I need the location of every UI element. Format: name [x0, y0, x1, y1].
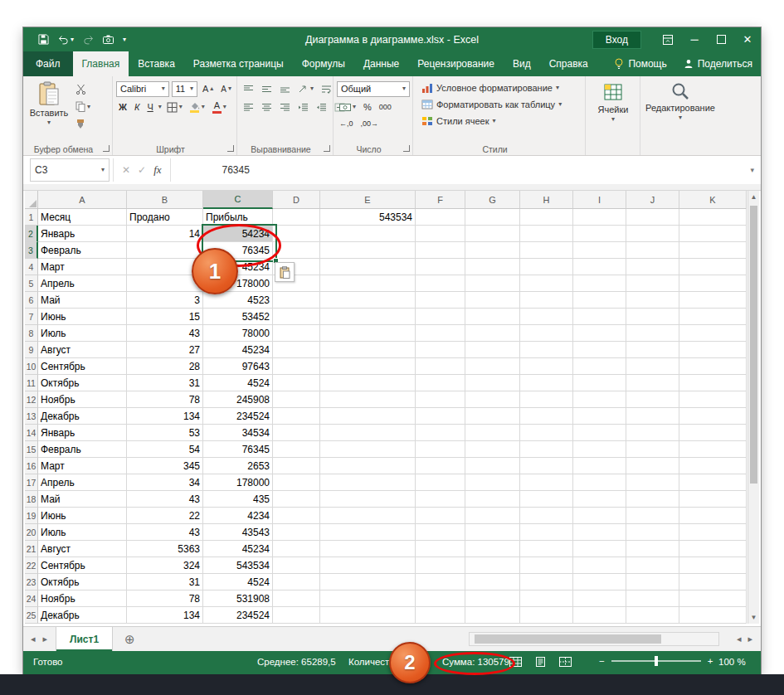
page-break-view-icon[interactable] [559, 657, 572, 667]
cell-A2[interactable]: Январь [38, 226, 127, 242]
cell-C13[interactable]: 234524 [203, 408, 273, 425]
normal-view-icon[interactable] [509, 657, 522, 667]
cell-E2[interactable] [320, 226, 416, 242]
row-header-19[interactable]: 19 [25, 508, 38, 524]
cell-F13[interactable] [416, 408, 465, 425]
cell-K12[interactable] [679, 391, 747, 408]
cell-E9[interactable] [320, 342, 416, 358]
cell-H1[interactable] [520, 209, 573, 226]
cell-D19[interactable] [273, 508, 320, 524]
cell-I15[interactable] [573, 441, 626, 458]
font-color-button[interactable]: А ▾ [210, 100, 229, 114]
cell-I7[interactable] [573, 309, 626, 325]
cell-J4[interactable] [626, 259, 679, 275]
cell-J23[interactable] [626, 574, 679, 591]
cell-C19[interactable]: 4234 [203, 508, 273, 524]
cell-B19[interactable]: 22 [127, 508, 203, 524]
cell-E20[interactable] [320, 524, 416, 541]
cell-I24[interactable] [573, 591, 626, 607]
row-header-13[interactable]: 13 [25, 408, 38, 425]
cell-F16[interactable] [416, 458, 465, 474]
cell-G16[interactable] [465, 458, 520, 474]
cell-F5[interactable] [416, 275, 465, 292]
cell-D3[interactable] [273, 242, 320, 259]
cell-G12[interactable] [465, 391, 520, 408]
cell-H25[interactable] [520, 607, 573, 624]
share-button[interactable]: Поделиться [675, 51, 761, 76]
cell-C10[interactable]: 97643 [203, 358, 273, 375]
cell-C17[interactable]: 178000 [203, 474, 273, 491]
insert-function-icon[interactable]: fx [153, 163, 161, 177]
font-dialog-launcher-icon[interactable] [227, 145, 234, 152]
cell-K8[interactable] [679, 325, 747, 342]
cell-D16[interactable] [273, 458, 320, 474]
cell-J8[interactable] [626, 325, 679, 342]
cell-A16[interactable]: Март [38, 458, 127, 474]
cell-F18[interactable] [416, 491, 465, 508]
cell-B7[interactable]: 15 [127, 309, 203, 325]
cell-A5[interactable]: Апрель [38, 275, 127, 292]
cell-K10[interactable] [679, 358, 747, 375]
hscroll-right-icon[interactable]: ▸ [747, 634, 752, 644]
cell-J19[interactable] [626, 508, 679, 524]
column-header-D[interactable]: D [273, 191, 320, 209]
cell-H6[interactable] [520, 292, 573, 309]
cell-G3[interactable] [465, 242, 520, 259]
cell-E1[interactable]: 543534 [320, 209, 416, 226]
cell-J14[interactable] [626, 425, 679, 441]
cell-J12[interactable] [626, 391, 679, 408]
cell-J17[interactable] [626, 474, 679, 491]
orientation-button[interactable]: ▾ [295, 82, 316, 96]
cell-J16[interactable] [626, 458, 679, 474]
vertical-scrollbar-thumb[interactable] [750, 206, 757, 484]
cell-I25[interactable] [573, 607, 626, 624]
cell-I18[interactable] [573, 491, 626, 508]
tab-formulas[interactable]: Формулы [293, 51, 354, 76]
sheet-nav-left-icon[interactable]: ◂ [31, 634, 36, 644]
cell-J20[interactable] [626, 524, 679, 541]
cell-G10[interactable] [465, 358, 520, 375]
cell-D8[interactable] [273, 325, 320, 342]
cell-E11[interactable] [320, 375, 416, 391]
italic-button[interactable]: К [132, 100, 142, 114]
cell-K18[interactable] [679, 491, 747, 508]
cell-A3[interactable]: Февраль [38, 242, 127, 259]
cell-J18[interactable] [626, 491, 679, 508]
underline-dropdown-icon[interactable]: ▾ [158, 104, 162, 110]
cell-E5[interactable] [320, 275, 416, 292]
cell-I13[interactable] [573, 408, 626, 425]
cell-D14[interactable] [273, 425, 320, 441]
hscroll-left-icon[interactable]: ◂ [737, 634, 742, 644]
cell-I17[interactable] [573, 474, 626, 491]
cell-C1[interactable]: Прибыль [203, 209, 273, 226]
cell-A12[interactable]: Ноябрь [38, 391, 127, 408]
row-header-12[interactable]: 12 [25, 391, 38, 408]
cell-K1[interactable] [679, 209, 747, 226]
cell-G11[interactable] [465, 375, 520, 391]
cell-E18[interactable] [320, 491, 416, 508]
cell-F9[interactable] [416, 342, 465, 358]
cell-A7[interactable]: Июнь [38, 309, 127, 325]
tab-view[interactable]: Вид [504, 51, 540, 76]
cell-I9[interactable] [573, 342, 626, 358]
signin-button[interactable]: Вход [592, 31, 641, 49]
cell-G24[interactable] [465, 591, 520, 607]
zoom-in-icon[interactable]: + [708, 656, 713, 666]
cell-D12[interactable] [273, 391, 320, 408]
cell-I14[interactable] [573, 425, 626, 441]
cell-G20[interactable] [465, 524, 520, 541]
font-name-select[interactable]: Calibri▾ [116, 81, 169, 97]
cell-B20[interactable]: 43 [127, 524, 203, 541]
cell-A25[interactable]: Декабрь [38, 607, 127, 624]
row-header-15[interactable]: 15 [25, 441, 38, 458]
row-header-18[interactable]: 18 [25, 491, 38, 508]
cell-C20[interactable]: 43543 [203, 524, 273, 541]
align-middle-button[interactable] [259, 82, 275, 96]
column-header-A[interactable]: A [38, 191, 127, 209]
cell-E16[interactable] [320, 458, 416, 474]
row-header-22[interactable]: 22 [25, 557, 38, 574]
cell-A8[interactable]: Июль [38, 325, 127, 342]
cut-button[interactable] [73, 82, 93, 96]
cell-E14[interactable] [320, 425, 416, 441]
cell-F6[interactable] [416, 292, 465, 309]
